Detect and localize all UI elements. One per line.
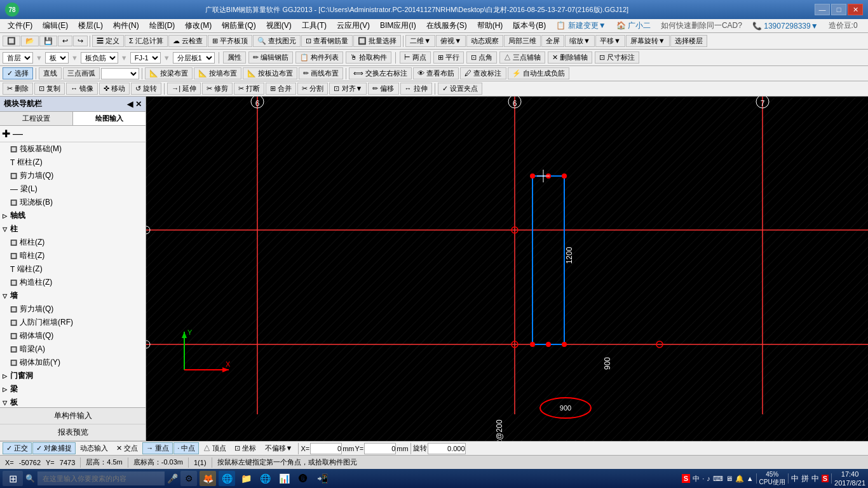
subtype-select[interactable]: 板负筋 xyxy=(81,52,118,64)
tree-group-beam[interactable]: ▷ 梁 xyxy=(0,383,146,396)
draw-mode-select[interactable] xyxy=(101,68,139,79)
task-icon-app5[interactable]: 🌐 xyxy=(257,471,273,486)
ime-icon[interactable]: 拼 xyxy=(801,473,809,484)
batch-select-button[interactable]: 🔲 批量选择 xyxy=(353,35,401,47)
menu-rebar[interactable]: 钢筋量(Q) xyxy=(217,19,261,32)
canvas-area[interactable]: 6 7 6 F xyxy=(146,97,868,441)
local-3d-button[interactable]: 局部三维 xyxy=(504,35,541,47)
tree-item-az[interactable]: 🔲 暗柱(Z) xyxy=(0,249,146,262)
mic-button[interactable]: 🎤 xyxy=(167,473,178,484)
new-button[interactable]: 🔲 xyxy=(3,36,20,46)
tree-group-axis[interactable]: ▷ 轴线 xyxy=(0,209,146,222)
save-button[interactable]: 💾 xyxy=(39,36,57,46)
tray-s-icon[interactable]: S xyxy=(682,474,690,483)
by-beam-button[interactable]: 📐 按梁布置 xyxy=(145,67,193,79)
tree-item-rfq[interactable]: 🔲 人防门框墙(RF) xyxy=(0,316,146,329)
component-list-button[interactable]: 📋 构件列表 xyxy=(295,51,343,64)
tree-item-kz[interactable]: 🔲 框柱(Z) xyxy=(0,236,146,249)
break-button[interactable]: ✂ 打断 xyxy=(234,83,264,95)
open-button[interactable]: 📂 xyxy=(21,36,39,46)
stretch-button[interactable]: ↔ 拉伸 xyxy=(400,83,432,95)
tree-group-door[interactable]: ▷ 门窗洞 xyxy=(0,369,146,383)
swap-label-button[interactable]: ⟺ 交换左右标注 xyxy=(349,67,412,79)
angle-point-button[interactable]: ⊡ 点角 xyxy=(466,51,497,64)
object-snap-button[interactable]: ✓ 对象捕捉 xyxy=(32,442,76,454)
task-icon-app1[interactable]: ⚙ xyxy=(180,471,197,486)
redo-button[interactable]: ↪ xyxy=(73,36,88,46)
menu-version[interactable]: 版本号(B) xyxy=(508,19,551,32)
menu-modify[interactable]: 修改(M) xyxy=(180,19,217,32)
view-layout-button[interactable]: 👁 查看布筋 xyxy=(413,67,459,79)
tree-item-jlq[interactable]: 🔲 剪力墙(Q) xyxy=(0,302,146,316)
view-label-button[interactable]: 🖊 查改标注 xyxy=(460,67,506,79)
no-offset-button[interactable]: 不偏移▼ xyxy=(261,442,297,454)
menu-price[interactable]: 造价豆:0 xyxy=(824,19,863,32)
delete-button[interactable]: ✂ 删除 xyxy=(3,83,33,95)
sidebar-collapse-button[interactable]: ◀ xyxy=(127,100,133,109)
task-icon-app2[interactable]: 🦊 xyxy=(200,471,216,486)
tree-item-frame-column[interactable]: T 框柱(Z) xyxy=(0,156,146,169)
menu-bim[interactable]: BIM应用(I) xyxy=(375,19,421,32)
dim-label-button[interactable]: ⊡ 尺寸标注 xyxy=(595,51,639,64)
menu-newchange[interactable]: 📋 新建变更▼ xyxy=(551,19,611,32)
maximize-button[interactable]: □ xyxy=(831,4,846,15)
edit-rebar-button[interactable]: ✏ 编辑钢筋 xyxy=(248,51,293,64)
layer-select[interactable]: 分层板1 xyxy=(173,52,215,64)
fullscreen-button[interactable]: 全屏 xyxy=(541,35,564,47)
menu-edit[interactable]: 编辑(E) xyxy=(37,19,73,32)
dynamic-input-button[interactable]: 动态输入 xyxy=(76,442,112,454)
tree-group-wall[interactable]: ▽ 墙 xyxy=(0,289,146,302)
menu-draw[interactable]: 绘图(D) xyxy=(144,19,180,32)
zoom-button[interactable]: 缩放▼ xyxy=(565,35,595,47)
task-icon-app4[interactable]: 📁 xyxy=(238,471,254,486)
type-select[interactable]: 板 xyxy=(45,52,69,64)
rotate-button[interactable]: ↺ 旋转 xyxy=(131,83,161,95)
coord-button[interactable]: ⊡ 坐标 xyxy=(231,442,260,454)
menu-phone[interactable]: 📞 13907298339▼ xyxy=(747,20,824,32)
menu-tools[interactable]: 工具(T) xyxy=(297,19,332,32)
find-element-button[interactable]: 🔍 查找图元 xyxy=(253,35,301,47)
close-button[interactable]: ✕ xyxy=(848,4,863,15)
task-icon-app6[interactable]: 📊 xyxy=(276,471,292,486)
tree-item-shear-wall[interactable]: 🔲 剪力墙(Q) xyxy=(0,169,146,182)
report-preview-button[interactable]: 报表预览 xyxy=(0,424,146,441)
property-button[interactable]: 属性 xyxy=(223,51,246,64)
view-rebar-button[interactable]: ⊡ 查看钢筋量 xyxy=(301,35,353,47)
tree-item-gz[interactable]: 🔲 构造柱(Z) xyxy=(0,276,146,289)
tree-item-beam[interactable]: — 梁(L) xyxy=(0,182,146,196)
by-board-edge-button[interactable]: 📐 按板边布置 xyxy=(243,67,297,79)
undo-button[interactable]: ↩ xyxy=(58,36,72,46)
two-point-button[interactable]: ⊢ 两点 xyxy=(400,51,431,64)
tree-group-column[interactable]: ▽ 柱 xyxy=(0,222,146,236)
cloud-check-button[interactable]: ☁ 云检查 xyxy=(168,35,207,47)
line-button[interactable]: 直线 xyxy=(39,67,62,79)
sidebar-close-button[interactable]: ✕ xyxy=(135,100,142,109)
menu-cloud[interactable]: 云应用(V) xyxy=(332,19,375,32)
tray-keyboard-icon[interactable]: ⌨ xyxy=(713,475,723,483)
set-grip-button[interactable]: ✓ 设置夹点 xyxy=(438,83,482,95)
item-select[interactable]: FJ-1 xyxy=(130,52,161,64)
tab-engineering[interactable]: 工程设置 xyxy=(0,112,73,125)
task-icon-app3[interactable]: 🌐 xyxy=(219,471,235,486)
single-component-button[interactable]: 单构件输入 xyxy=(0,408,146,424)
dynamic-obs-button[interactable]: 动态观察 xyxy=(466,35,503,47)
tree-item-qtjj[interactable]: 🔲 砌体加筋(Y) xyxy=(0,356,146,369)
floor-select[interactable]: 首层 xyxy=(3,52,33,64)
task-icon-app8[interactable]: 📲 xyxy=(314,471,330,486)
tray-expand-icon[interactable]: ▲ xyxy=(747,475,754,482)
tree-item-raft-foundation[interactable]: 🔲 筏板基础(M) xyxy=(0,142,146,156)
menu-user-icon[interactable]: 👤 xyxy=(863,20,868,32)
rotation-input[interactable] xyxy=(428,443,466,454)
by-wall-button[interactable]: 📐 按墙布置 xyxy=(194,67,241,79)
menu-floor[interactable]: 楼层(L) xyxy=(73,19,108,32)
lang-icon[interactable]: 中 xyxy=(791,473,799,484)
three-point-aux-button[interactable]: △ 三点辅轴 xyxy=(499,51,545,64)
sogou-icon[interactable]: S xyxy=(822,475,829,482)
midpoint-button[interactable]: · 中点 xyxy=(173,442,199,454)
tray-notification-icon[interactable]: 🔔 xyxy=(735,475,744,483)
vertex-button[interactable]: △ 顶点 xyxy=(200,442,230,454)
y-coord-input[interactable] xyxy=(364,443,396,454)
ortho-button[interactable]: ✓ 正交 xyxy=(3,442,32,454)
tab-drawing[interactable]: 绘图输入 xyxy=(73,112,146,125)
offset-button[interactable]: ✏ 偏移 xyxy=(368,83,398,95)
